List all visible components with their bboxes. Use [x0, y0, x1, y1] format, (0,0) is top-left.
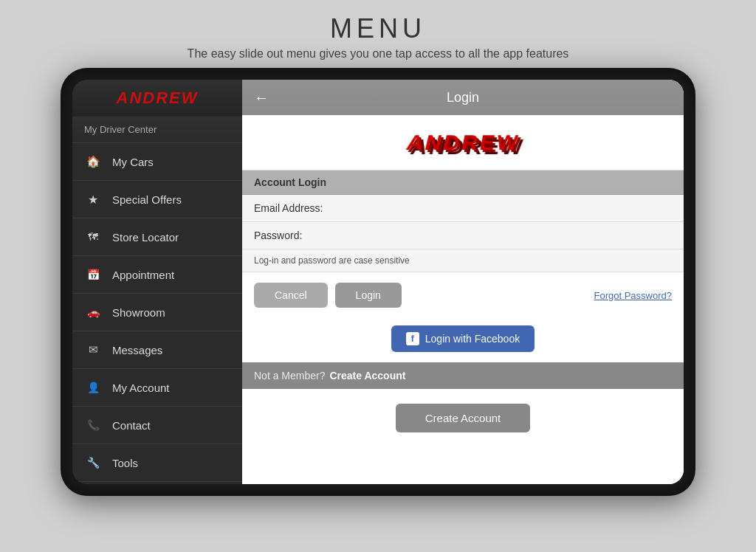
sidebar-item-tools[interactable]: Tools: [72, 444, 242, 482]
sidebar-item-appointment[interactable]: Appointment: [72, 256, 242, 294]
login-header: ← Login: [242, 80, 684, 115]
brand-logo: ANDREW: [405, 131, 520, 155]
create-account-section: Create Account: [242, 389, 684, 447]
device-frame: ANDREW My Driver Center My Cars Special …: [61, 68, 695, 496]
sidebar-item-contact[interactable]: Contact: [72, 407, 242, 444]
email-input[interactable]: [343, 202, 672, 214]
facebook-button-label: Login with Facebook: [425, 333, 520, 345]
device-screen: ANDREW My Driver Center My Cars Special …: [72, 80, 684, 484]
garage-icon: [84, 153, 102, 170]
sidebar-item-special-offers[interactable]: Special Offers: [72, 181, 242, 218]
menu-label-appointment: Appointment: [112, 269, 174, 281]
email-row: Email Address:: [242, 195, 684, 222]
sidebar: ANDREW My Driver Center My Cars Special …: [72, 80, 242, 484]
menu-label-special-offers: Special Offers: [112, 193, 182, 206]
tools-icon: [84, 454, 102, 472]
menu-label-messages: Messages: [112, 344, 162, 356]
sidebar-header: ANDREW: [72, 80, 242, 117]
mail-icon: [84, 341, 102, 359]
cancel-button[interactable]: Cancel: [254, 283, 328, 308]
login-body: ANDREW Account Login Email Address: Pass…: [242, 115, 684, 484]
create-account-link[interactable]: Create Account: [329, 370, 405, 382]
sidebar-menu: My Cars Special Offers Store Locator App…: [72, 143, 242, 484]
driver-center-label: My Driver Center: [72, 117, 242, 143]
brand-logo-area: ANDREW: [242, 115, 684, 170]
calendar-icon: [84, 266, 102, 283]
not-member-bar: Not a Member? Create Account: [242, 362, 684, 389]
sidebar-brand: ANDREW: [117, 89, 199, 108]
sidebar-item-messages[interactable]: Messages: [72, 331, 242, 369]
menu-label-my-cars: My Cars: [112, 156, 154, 168]
facebook-login-button[interactable]: f Login with Facebook: [391, 325, 535, 352]
sidebar-item-my-cars[interactable]: My Cars: [72, 143, 242, 181]
menu-label-my-account: My Account: [112, 382, 170, 394]
password-row: Password:: [242, 222, 684, 249]
not-member-text: Not a Member?: [254, 370, 325, 382]
sidebar-item-store-locator[interactable]: Store Locator: [72, 218, 242, 256]
phone-icon: [84, 416, 102, 434]
star-icon: [84, 190, 102, 208]
page-title: MENU: [188, 13, 569, 44]
map-icon: [84, 228, 102, 246]
hint-text: Log-in and password are case sensitive: [242, 249, 684, 272]
login-header-inner: ← Login: [254, 89, 672, 106]
forgot-password-link[interactable]: Forgot Password?: [594, 290, 673, 301]
sidebar-item-showroom[interactable]: Showroom: [72, 294, 242, 331]
menu-label-tools: Tools: [112, 457, 138, 469]
action-button-row: Cancel Login Forgot Password?: [242, 272, 684, 318]
create-account-button[interactable]: Create Account: [396, 404, 531, 432]
account-login-section-header: Account Login: [242, 170, 684, 195]
login-title: Login: [254, 90, 672, 106]
page-subtitle: The easy slide out menu gives you one ta…: [188, 47, 569, 61]
email-label: Email Address:: [254, 202, 343, 214]
menu-label-store-locator: Store Locator: [112, 231, 179, 244]
social-login-row: f Login with Facebook: [242, 318, 684, 362]
login-panel: ← Login ANDREW Account Login Email Addre…: [242, 80, 684, 484]
car-icon: [84, 303, 102, 321]
menu-label-showroom: Showroom: [112, 306, 165, 319]
login-button[interactable]: Login: [335, 283, 402, 308]
back-button[interactable]: ←: [254, 89, 269, 106]
password-label: Password:: [254, 230, 343, 241]
facebook-icon: f: [406, 332, 419, 345]
menu-label-contact: Contact: [112, 419, 151, 432]
sidebar-item-my-account[interactable]: My Account: [72, 369, 242, 407]
page-header: MENU The easy slide out menu gives you o…: [158, 0, 599, 68]
password-input[interactable]: [343, 230, 672, 241]
person-icon: [84, 379, 102, 396]
